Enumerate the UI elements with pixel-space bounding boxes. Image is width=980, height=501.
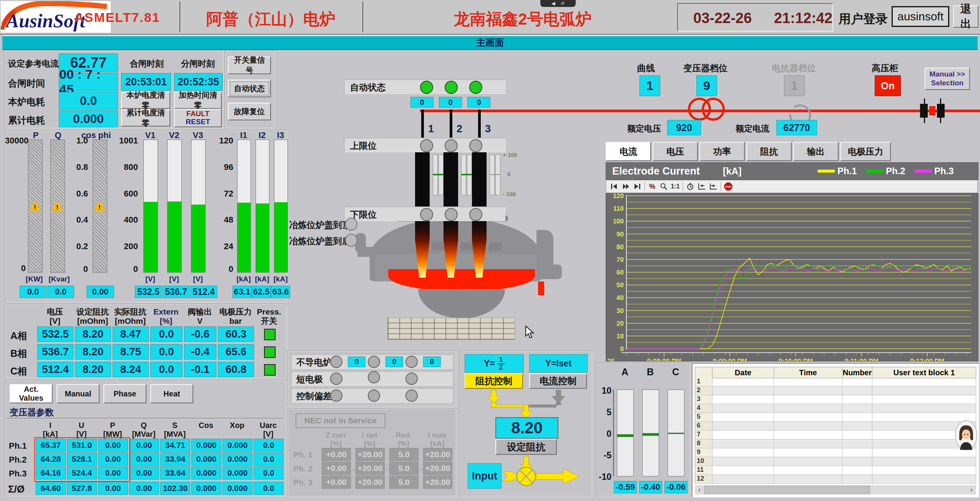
trend-tab-pressure[interactable]: 电极压力 xyxy=(840,142,891,161)
event-row[interactable]: 11 xyxy=(695,466,976,475)
event-row[interactable]: 1 xyxy=(695,378,976,386)
tab-manual[interactable]: Manual xyxy=(56,384,100,403)
event-col-time[interactable]: Time xyxy=(774,367,842,378)
v1-label: V1 xyxy=(143,130,157,140)
manual-selection-line1: Manual >> xyxy=(930,70,965,79)
material-status-panel: 不导电炉料 0 0 0 短电极 控制偏差 xyxy=(287,351,457,407)
trend-tab-power[interactable]: 功率 xyxy=(699,142,745,161)
one-to-one-icon[interactable]: 1:1 xyxy=(669,181,681,191)
trend-tab-output[interactable]: 输出 xyxy=(793,142,839,161)
trend-tab-current[interactable]: 电流 xyxy=(606,142,651,161)
scroll-thumb[interactable] xyxy=(704,486,870,494)
export-end-icon[interactable] xyxy=(708,181,719,191)
user-button[interactable]: ausinsoft xyxy=(892,6,949,27)
transformer-tap-value[interactable]: 9 xyxy=(696,75,717,96)
event-row[interactable]: 6 xyxy=(695,422,976,431)
tab-act-values[interactable]: Act. Values xyxy=(10,384,53,403)
fast-forward-icon[interactable] xyxy=(620,181,631,191)
v2-label: V2 xyxy=(167,130,181,140)
event-row[interactable]: 3 xyxy=(695,395,976,404)
cos-value: 0.00 xyxy=(86,286,114,298)
nec-flow-arrow: ← xyxy=(385,464,392,473)
tab-heat[interactable]: Heat xyxy=(150,384,193,403)
press-switch-light xyxy=(264,346,276,358)
legend-dash-ph3 xyxy=(914,170,932,173)
clock-icon[interactable] xyxy=(684,181,696,191)
date-display: 03-22-26 xyxy=(693,10,752,27)
v-scale-tick: 1001 xyxy=(119,136,138,146)
scroll-right-icon[interactable]: › xyxy=(967,486,976,493)
input-button[interactable]: Input xyxy=(468,463,502,489)
event-row[interactable]: 12 xyxy=(695,475,976,484)
export-begin-icon[interactable] xyxy=(696,181,708,191)
clear-total-energy-button[interactable]: 累计电度清零 xyxy=(121,110,170,126)
clear-heat-energy-button[interactable]: 本炉电度清零 xyxy=(121,92,170,109)
electrode2-number: 2 xyxy=(457,123,462,135)
xfmr-cell: 0.000 xyxy=(191,466,221,479)
event-row[interactable]: 10 xyxy=(695,457,976,466)
event-row[interactable]: 9 xyxy=(695,448,976,457)
event-row[interactable]: 7 xyxy=(695,431,976,439)
transformer-panel: Act. Values Manual Phase Heat 变压器参数 I[kA… xyxy=(5,380,287,496)
nav-overlay[interactable]: ◀ ↺ xyxy=(540,0,576,7)
event-col-usertext[interactable]: User text block 1 xyxy=(872,367,976,378)
nec-col-header: I opt[%] xyxy=(355,431,384,448)
phase-cell: -0.6 xyxy=(184,326,216,342)
skip-start-icon[interactable] xyxy=(608,181,620,191)
nav-back-icon[interactable]: ◀ xyxy=(551,1,555,6)
avatar[interactable] xyxy=(955,420,978,451)
event-col-date[interactable]: Date xyxy=(713,367,774,378)
skip-end-icon[interactable] xyxy=(631,181,643,191)
exit-button[interactable]: 退出 xyxy=(953,5,978,28)
xfmr-col-header: Xop xyxy=(223,421,252,430)
user-login-label: 用户登录 xyxy=(839,11,888,28)
electrode1-counter: 0 xyxy=(410,97,434,108)
fault-reset-button[interactable]: FAULT RESET xyxy=(174,109,222,127)
impedance-setpoint[interactable]: 8.20 xyxy=(495,417,558,439)
i2-unit: [kA] xyxy=(253,275,271,283)
hv-cabinet-state[interactable]: On xyxy=(875,75,901,96)
electrode3-auto-light xyxy=(469,81,482,94)
svg-text:80: 80 xyxy=(616,243,624,251)
percent-scale-icon[interactable]: % xyxy=(646,181,658,191)
abc-scale-tick: 10 xyxy=(597,386,611,396)
v-scale-tick: 800 xyxy=(119,162,138,172)
svg-text:9:11:00 PM: 9:11:00 PM xyxy=(845,358,879,361)
manual-selection-button[interactable]: Manual >> Selection xyxy=(925,68,970,90)
event-row[interactable]: 5 xyxy=(695,413,976,422)
io-signals-button[interactable]: 开关量信号 xyxy=(228,57,271,74)
toolbar-divider xyxy=(721,182,721,191)
trend-chart[interactable]: 01020304050607080901001101209:08:00 PM9:… xyxy=(606,193,978,361)
nav-refresh-icon[interactable]: ↺ xyxy=(561,1,565,6)
event-row[interactable]: 2 xyxy=(695,386,976,395)
event-col-number[interactable]: Number xyxy=(842,367,872,378)
stop-icon[interactable]: STOP xyxy=(723,181,734,191)
nonconductive-light-3 xyxy=(405,356,418,368)
event-row[interactable]: 4 xyxy=(695,404,976,413)
rated-voltage-label: 额定电压 xyxy=(627,123,661,135)
zoom-icon[interactable] xyxy=(658,181,669,191)
event-row[interactable]: 8 xyxy=(695,439,976,448)
trend-tab-impedance[interactable]: 阻抗 xyxy=(746,142,792,161)
svg-text:9:12:00 PM: 9:12:00 PM xyxy=(910,358,944,361)
breaker-contact xyxy=(920,104,928,118)
event-table-scrollbar[interactable]: ‹ › xyxy=(695,485,976,494)
trend-plot[interactable]: 01020304050607080901001101209:08:00 PM9:… xyxy=(606,193,978,361)
svg-text:9:10:00 PM: 9:10:00 PM xyxy=(779,358,813,361)
curve-value[interactable]: 1 xyxy=(639,75,660,96)
q-value: 0.0 xyxy=(47,286,74,298)
page-title: 主画面 xyxy=(476,37,504,49)
clear-heat-time-button[interactable]: 加热时间清零 xyxy=(174,92,222,109)
svg-text:40: 40 xyxy=(616,294,624,301)
total-energy-label: 累计电耗 xyxy=(8,114,45,126)
phase-cell: 60.3 xyxy=(218,326,254,342)
fault-reset-side-button[interactable]: 故障复位 xyxy=(228,103,271,120)
scroll-left-icon[interactable]: ‹ xyxy=(695,486,704,493)
auto-status-button[interactable]: 自动状态 xyxy=(228,80,271,97)
setpoint-label-button[interactable]: 设定阻抗 xyxy=(495,439,557,455)
trend-tab-voltage[interactable]: 电压 xyxy=(653,142,698,161)
xfmr-cell: 0.000 xyxy=(223,453,252,466)
phase-col-header: Extern[%] xyxy=(150,307,182,326)
tab-phase[interactable]: Phase xyxy=(103,384,146,403)
p-scale-max: 30000 xyxy=(5,136,26,146)
